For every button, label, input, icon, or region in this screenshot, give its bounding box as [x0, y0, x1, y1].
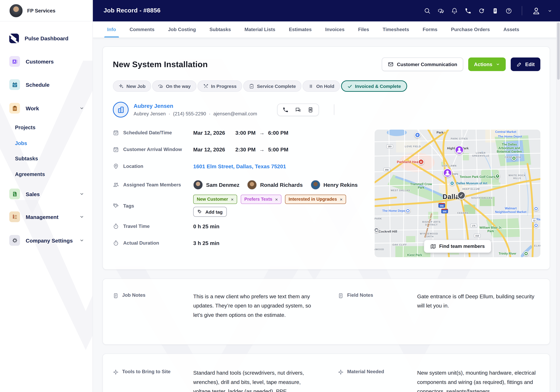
status-pill-new-job[interactable]: New Job [113, 80, 151, 92]
map-label: BISHOP ARTS DISTRICT [420, 221, 442, 226]
customer-building-icon[interactable] [113, 102, 129, 117]
tab-estimates[interactable]: Estimates [289, 21, 312, 38]
sidebar-item-jobs[interactable]: Jobs [0, 137, 93, 149]
status-pill-invoiced-complete[interactable]: Invoiced & Complete [341, 80, 407, 92]
sync-icon[interactable] [478, 7, 485, 14]
sidebar-item-pulse-dashboard[interactable]: Pulse Dashboard [0, 31, 93, 45]
pill-label: Invoiced & Complete [355, 83, 401, 89]
status-pill-on-the-way[interactable]: On the way [152, 80, 196, 92]
contact-card-icon[interactable] [308, 107, 314, 113]
arrival-start: 2:30 PM [235, 146, 256, 152]
scheduled-date: Mar 12, 2026 [193, 130, 235, 136]
org-avatar[interactable] [9, 4, 23, 17]
tab-assets[interactable]: Assets [503, 21, 519, 38]
tab-files[interactable]: Files [358, 21, 369, 38]
sidebar-item-sales[interactable]: $ Sales [0, 187, 93, 201]
chevron-down-icon[interactable] [548, 9, 552, 13]
remove-tag-icon[interactable]: × [340, 197, 342, 202]
edit-button[interactable]: Edit [511, 58, 540, 71]
tab-job-costing[interactable]: Job Costing [168, 21, 196, 38]
map-label: WYNNEWOOD NORTH [415, 232, 442, 238]
tab-invoices[interactable]: Invoices [325, 21, 345, 38]
user-account-icon[interactable] [532, 6, 541, 15]
sidebar-item-subtasks[interactable]: Subtasks [0, 152, 93, 165]
flower-map-pin[interactable] [512, 156, 516, 161]
sidebar-item-agreements[interactable]: Agreements [0, 168, 93, 181]
button-label: Customer Communication [397, 61, 457, 67]
cart-map-pin[interactable] [534, 223, 538, 228]
museum-map-pin[interactable] [450, 181, 454, 185]
location-address-link[interactable]: 1601 Elm Street, Dallas, Texas 75201 [193, 163, 286, 169]
customer-name-link[interactable]: Aubrey Jensen [133, 103, 257, 109]
plane-map-pin[interactable] [415, 132, 420, 138]
pill-label: On Hold [316, 83, 334, 89]
tab-forms[interactable]: Forms [423, 21, 438, 38]
road-shield: 175 [470, 224, 477, 228]
tag-interested-in-upgrades[interactable]: Interested in Upgrades× [285, 195, 346, 204]
remove-tag-icon[interactable]: × [275, 197, 278, 202]
team-member-name: Henry Rekins [323, 182, 358, 188]
status-pill-on-hold[interactable]: On Hold [303, 80, 340, 92]
scheduled-start: 3:00 PM [235, 130, 256, 136]
phone-icon[interactable] [465, 7, 471, 14]
tree-map-pin[interactable] [524, 251, 528, 256]
sidebar-item-schedule[interactable]: Schedule [0, 78, 93, 92]
customer-communication-button[interactable]: Customer Communication [382, 58, 463, 71]
map[interactable]: ParkCentral MarketThe Home DepotPARK CIT… [375, 130, 540, 257]
tag-prefers-texts[interactable]: Prefers Texts× [241, 195, 281, 204]
add-tag-button[interactable]: Add tag [193, 207, 227, 217]
team-member[interactable]: Henry Rekins [310, 180, 358, 190]
sidebar-item-projects[interactable]: Projects [0, 121, 93, 134]
hospital-map-pin[interactable] [418, 159, 424, 165]
job-notes-label: Job Notes [122, 292, 193, 298]
sidebar-item-management[interactable]: Management [0, 210, 93, 224]
check-map-pin[interactable] [457, 191, 466, 199]
tag-new-customer[interactable]: New Customer× [193, 195, 237, 204]
actions-button[interactable]: Actions [468, 58, 505, 71]
call-icon[interactable] [282, 107, 289, 113]
sidebar-item-company-settings[interactable]: Company Settings [0, 233, 93, 247]
golf-map-pin[interactable] [495, 174, 500, 178]
pill-label: In Progress [211, 83, 237, 89]
button-label: Add tag [205, 209, 223, 214]
person-map-pin[interactable] [443, 168, 452, 177]
remove-tag-icon[interactable]: × [231, 197, 234, 202]
forms-document-icon[interactable] [492, 7, 499, 14]
team-member[interactable]: Sam Denmez [193, 180, 240, 190]
tab-timesheets[interactable]: Timesheets [383, 21, 409, 38]
chat-icon[interactable] [295, 107, 301, 113]
status-pill-in-progress[interactable]: In Progress [197, 80, 242, 92]
tab-info[interactable]: Info [107, 21, 116, 38]
tab-subtasks[interactable]: Subtasks [210, 21, 231, 38]
tab-material-lists[interactable]: Material Lists [244, 21, 275, 38]
help-icon[interactable] [505, 7, 512, 14]
job-title: New System Installation [113, 60, 208, 69]
grad-map-pin[interactable] [375, 227, 379, 233]
tools-text: Standard hand tools (screwdrivers, nut d… [193, 368, 311, 392]
chevron-down-icon [79, 238, 84, 243]
check-icon [347, 83, 352, 89]
person-map-pin[interactable] [455, 146, 464, 154]
search-icon[interactable] [424, 7, 431, 14]
status-pill-service-complete[interactable]: Service Complete [243, 80, 301, 92]
find-team-members-button[interactable]: Find team members [424, 240, 491, 253]
dispatch-truck-icon[interactable] [438, 7, 444, 14]
cart-map-pin[interactable] [534, 206, 538, 211]
store-map-pin[interactable] [405, 209, 410, 213]
team-member[interactable]: Ronald Richards [247, 180, 303, 190]
field-label: Tags [123, 203, 134, 208]
sidebar-subitem-label: Agreements [15, 171, 45, 177]
sidebar-item-customers[interactable]: Customers [0, 54, 93, 69]
map-label: Walmart Neighborhood Market [494, 207, 527, 214]
notifications-bell-icon[interactable] [451, 7, 458, 14]
note-icon [338, 293, 343, 299]
tab-comments[interactable]: Comments [130, 21, 154, 38]
tab-purchase-orders[interactable]: Purchase Orders [451, 21, 490, 38]
folded-map-icon [430, 243, 436, 249]
scrollbar[interactable] [556, 21, 560, 392]
scrollbar-thumb[interactable] [557, 22, 560, 80]
sales-icon: $ [9, 189, 20, 199]
tab-bar: Info Comments Job Costing Subtasks Mater… [93, 21, 560, 38]
sidebar-item-work[interactable]: Work [0, 101, 93, 115]
map-label: Trammell Crow Park [409, 183, 433, 190]
